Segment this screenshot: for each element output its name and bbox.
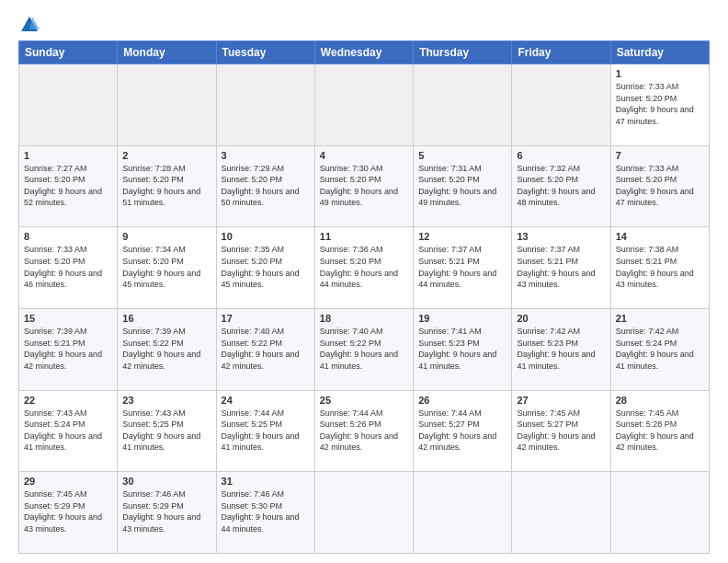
calendar-day-cell: [512, 472, 610, 554]
calendar-day-cell: 13Sunrise: 7:37 AM Sunset: 5:21 PM Dayli…: [512, 227, 610, 309]
calendar-day-cell: 31Sunrise: 7:46 AM Sunset: 5:30 PM Dayli…: [216, 472, 314, 554]
day-number: 5: [418, 150, 506, 161]
calendar-day-cell: 5Sunrise: 7:31 AM Sunset: 5:20 PM Daylig…: [414, 145, 512, 227]
day-number: 21: [616, 313, 704, 324]
calendar-day-cell: 17Sunrise: 7:40 AM Sunset: 5:22 PM Dayli…: [216, 308, 314, 390]
day-info: Sunrise: 7:33 AM Sunset: 5:20 PM Dayligh…: [616, 81, 704, 127]
day-number: 30: [122, 476, 210, 487]
day-number: 23: [122, 395, 210, 406]
day-number: 7: [616, 150, 704, 161]
calendar-day-cell: 2Sunrise: 7:28 AM Sunset: 5:20 PM Daylig…: [118, 145, 216, 227]
calendar-day-header: Sunday: [19, 41, 118, 64]
day-info: Sunrise: 7:39 AM Sunset: 5:21 PM Dayligh…: [24, 326, 112, 372]
calendar-day-header: Tuesday: [216, 41, 314, 64]
day-number: 6: [517, 150, 605, 161]
day-number: 1: [24, 150, 112, 161]
calendar-day-cell: 27Sunrise: 7:45 AM Sunset: 5:27 PM Dayli…: [512, 390, 610, 472]
day-number: 3: [222, 150, 310, 161]
logo-icon: [19, 15, 40, 35]
day-number: 13: [517, 231, 605, 242]
calendar-day-cell: 10Sunrise: 7:35 AM Sunset: 5:20 PM Dayli…: [216, 227, 314, 309]
calendar-day-cell: 24Sunrise: 7:44 AM Sunset: 5:25 PM Dayli…: [216, 390, 314, 472]
calendar-day-cell: 8Sunrise: 7:33 AM Sunset: 5:20 PM Daylig…: [19, 227, 118, 309]
day-number: 26: [418, 395, 506, 406]
calendar-week-row: 15Sunrise: 7:39 AM Sunset: 5:21 PM Dayli…: [19, 308, 710, 390]
calendar: SundayMondayTuesdayWednesdayThursdayFrid…: [18, 40, 710, 554]
day-info: Sunrise: 7:45 AM Sunset: 5:27 PM Dayligh…: [517, 408, 605, 454]
calendar-day-cell: 25Sunrise: 7:44 AM Sunset: 5:26 PM Dayli…: [314, 390, 413, 472]
day-info: Sunrise: 7:40 AM Sunset: 5:22 PM Dayligh…: [222, 326, 310, 372]
calendar-day-cell: [118, 64, 216, 146]
day-number: 9: [122, 231, 210, 242]
calendar-day-header: Friday: [512, 41, 610, 64]
calendar-week-row: 22Sunrise: 7:43 AM Sunset: 5:24 PM Dayli…: [19, 390, 710, 472]
day-info: Sunrise: 7:28 AM Sunset: 5:20 PM Dayligh…: [122, 163, 210, 209]
calendar-header-row: SundayMondayTuesdayWednesdayThursdayFrid…: [19, 41, 710, 64]
day-number: 29: [24, 476, 112, 487]
calendar-day-cell: 11Sunrise: 7:36 AM Sunset: 5:20 PM Dayli…: [314, 227, 413, 309]
day-number: 8: [24, 231, 112, 242]
day-info: Sunrise: 7:37 AM Sunset: 5:21 PM Dayligh…: [418, 244, 506, 290]
calendar-day-cell: 29Sunrise: 7:45 AM Sunset: 5:29 PM Dayli…: [19, 472, 118, 554]
day-info: Sunrise: 7:37 AM Sunset: 5:21 PM Dayligh…: [517, 244, 605, 290]
calendar-day-cell: 20Sunrise: 7:42 AM Sunset: 5:23 PM Dayli…: [512, 308, 610, 390]
calendar-day-cell: 19Sunrise: 7:41 AM Sunset: 5:23 PM Dayli…: [414, 308, 512, 390]
calendar-day-cell: 18Sunrise: 7:40 AM Sunset: 5:22 PM Dayli…: [314, 308, 413, 390]
day-number: 24: [222, 395, 310, 406]
calendar-day-cell: 12Sunrise: 7:37 AM Sunset: 5:21 PM Dayli…: [414, 227, 512, 309]
day-info: Sunrise: 7:40 AM Sunset: 5:22 PM Dayligh…: [320, 326, 408, 372]
page: SundayMondayTuesdayWednesdayThursdayFrid…: [0, 0, 728, 563]
day-number: 20: [517, 313, 605, 324]
calendar-day-cell: 6Sunrise: 7:32 AM Sunset: 5:20 PM Daylig…: [512, 145, 610, 227]
day-info: Sunrise: 7:42 AM Sunset: 5:23 PM Dayligh…: [517, 326, 605, 372]
calendar-day-cell: 1Sunrise: 7:27 AM Sunset: 5:20 PM Daylig…: [19, 145, 118, 227]
calendar-day-cell: 1Sunrise: 7:33 AM Sunset: 5:20 PM Daylig…: [610, 64, 709, 146]
calendar-day-cell: 3Sunrise: 7:29 AM Sunset: 5:20 PM Daylig…: [216, 145, 314, 227]
calendar-day-cell: [610, 472, 709, 554]
day-number: 15: [24, 313, 112, 324]
calendar-day-cell: 9Sunrise: 7:34 AM Sunset: 5:20 PM Daylig…: [118, 227, 216, 309]
calendar-day-header: Saturday: [610, 41, 709, 64]
day-info: Sunrise: 7:45 AM Sunset: 5:28 PM Dayligh…: [616, 408, 704, 454]
calendar-day-cell: 16Sunrise: 7:39 AM Sunset: 5:22 PM Dayli…: [118, 308, 216, 390]
day-number: 2: [122, 150, 210, 161]
calendar-week-row: 1Sunrise: 7:33 AM Sunset: 5:20 PM Daylig…: [19, 64, 710, 146]
calendar-day-cell: 14Sunrise: 7:38 AM Sunset: 5:21 PM Dayli…: [610, 227, 709, 309]
calendar-day-cell: 26Sunrise: 7:44 AM Sunset: 5:27 PM Dayli…: [414, 390, 512, 472]
day-info: Sunrise: 7:32 AM Sunset: 5:20 PM Dayligh…: [517, 163, 605, 209]
header: [18, 15, 710, 31]
day-number: 10: [222, 231, 310, 242]
calendar-day-cell: 4Sunrise: 7:30 AM Sunset: 5:20 PM Daylig…: [314, 145, 413, 227]
day-number: 31: [222, 476, 310, 487]
day-info: Sunrise: 7:44 AM Sunset: 5:27 PM Dayligh…: [418, 408, 506, 454]
calendar-day-cell: [19, 64, 118, 146]
day-number: 22: [24, 395, 112, 406]
day-number: 25: [320, 395, 408, 406]
day-number: 17: [222, 313, 310, 324]
day-info: Sunrise: 7:36 AM Sunset: 5:20 PM Dayligh…: [320, 244, 408, 290]
calendar-week-row: 8Sunrise: 7:33 AM Sunset: 5:20 PM Daylig…: [19, 227, 710, 309]
day-info: Sunrise: 7:38 AM Sunset: 5:21 PM Dayligh…: [616, 244, 704, 290]
day-info: Sunrise: 7:46 AM Sunset: 5:30 PM Dayligh…: [222, 488, 310, 534]
day-info: Sunrise: 7:44 AM Sunset: 5:25 PM Dayligh…: [222, 408, 310, 454]
calendar-day-cell: [414, 472, 512, 554]
day-info: Sunrise: 7:29 AM Sunset: 5:20 PM Dayligh…: [222, 163, 310, 209]
logo: [18, 15, 40, 31]
calendar-day-header: Monday: [118, 41, 216, 64]
day-info: Sunrise: 7:31 AM Sunset: 5:20 PM Dayligh…: [418, 163, 506, 209]
calendar-day-cell: 23Sunrise: 7:43 AM Sunset: 5:25 PM Dayli…: [118, 390, 216, 472]
day-info: Sunrise: 7:41 AM Sunset: 5:23 PM Dayligh…: [418, 326, 506, 372]
calendar-week-row: 1Sunrise: 7:27 AM Sunset: 5:20 PM Daylig…: [19, 145, 710, 227]
calendar-day-header: Wednesday: [314, 41, 413, 64]
day-info: Sunrise: 7:42 AM Sunset: 5:24 PM Dayligh…: [616, 326, 704, 372]
day-info: Sunrise: 7:33 AM Sunset: 5:20 PM Dayligh…: [616, 163, 704, 209]
day-number: 16: [122, 313, 210, 324]
day-number: 27: [517, 395, 605, 406]
day-number: 28: [616, 395, 704, 406]
calendar-day-cell: 22Sunrise: 7:43 AM Sunset: 5:24 PM Dayli…: [19, 390, 118, 472]
day-number: 1: [616, 68, 704, 79]
day-info: Sunrise: 7:27 AM Sunset: 5:20 PM Dayligh…: [24, 163, 112, 209]
calendar-day-header: Thursday: [414, 41, 512, 64]
calendar-day-cell: 30Sunrise: 7:46 AM Sunset: 5:29 PM Dayli…: [118, 472, 216, 554]
calendar-day-cell: 28Sunrise: 7:45 AM Sunset: 5:28 PM Dayli…: [610, 390, 709, 472]
